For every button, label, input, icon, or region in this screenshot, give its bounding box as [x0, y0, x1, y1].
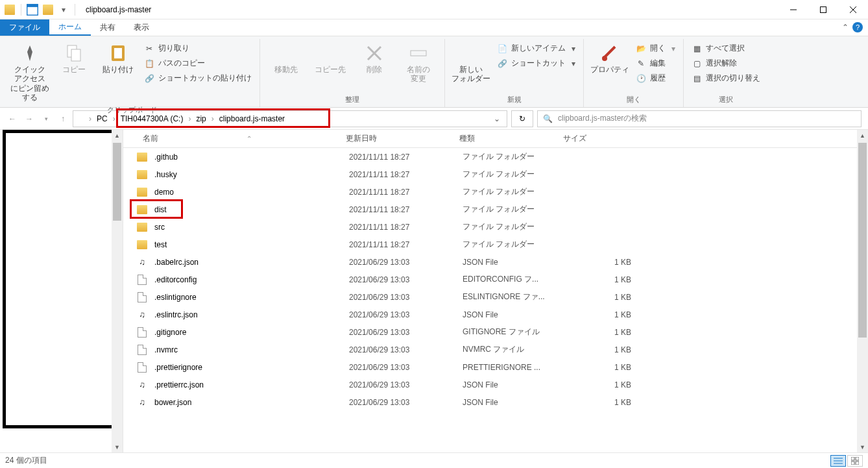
group-select-label: 選択: [719, 93, 733, 107]
pin-to-quick-access-button[interactable]: クイック アクセス にピン留めする: [9, 42, 51, 104]
properties-button[interactable]: プロパティ: [589, 42, 631, 75]
folder-icon: [137, 205, 147, 214]
search-placeholder: clipboard.js-masterの検索: [558, 113, 647, 124]
new-item-button[interactable]: 📄新しいアイテム▾: [494, 42, 578, 55]
search-box[interactable]: 🔍 clipboard.js-masterの検索: [537, 110, 862, 127]
file-row[interactable]: .prettierignore2021/06/29 13:03PRETTIERI…: [123, 358, 868, 376]
edit-button[interactable]: ✎編集: [633, 56, 678, 70]
file-row[interactable]: .github2021/11/11 18:27ファイル フォルダー: [123, 148, 868, 166]
rename-button[interactable]: 名前の 変更: [398, 42, 439, 85]
column-headers: 名前⌃ 更新日時 種類 サイズ: [123, 130, 868, 148]
scissors-icon: ✂: [144, 43, 154, 54]
file-type: NVMRC ファイル: [463, 344, 586, 355]
breadcrumb-current[interactable]: clipboard.js-master: [217, 114, 287, 123]
paste-shortcut-button[interactable]: 🔗ショートカットの貼り付け: [141, 71, 254, 85]
back-button[interactable]: ←: [6, 114, 18, 123]
tab-file[interactable]: ファイル: [0, 19, 49, 36]
file-row[interactable]: dist2021/11/11 18:27ファイル フォルダー: [123, 201, 868, 218]
view-icons-button[interactable]: [847, 455, 863, 467]
navpane-scrollbar[interactable]: ▲▼: [112, 130, 123, 452]
select-all-button[interactable]: ▦すべて選択: [689, 42, 763, 55]
file-name: .eslintrc.json: [154, 310, 349, 319]
title-bar: ▾ clipboard.js-master: [0, 0, 868, 19]
group-organize-label: 整理: [345, 93, 359, 107]
file-row[interactable]: demo2021/11/11 18:27ファイル フォルダー: [123, 183, 868, 201]
column-name[interactable]: 名前⌃: [123, 133, 341, 144]
file-row[interactable]: src2021/11/11 18:27ファイル フォルダー: [123, 218, 868, 236]
file-size: 1 KB: [586, 328, 631, 337]
tab-home[interactable]: ホーム: [49, 19, 91, 36]
file-row[interactable]: ♫.prettierrc.json2021/06/29 13:03JSON Fi…: [123, 376, 868, 393]
new-shortcut-button[interactable]: 🔗ショートカット▾: [494, 56, 578, 70]
copy-button[interactable]: コピー: [53, 42, 95, 75]
column-type[interactable]: 種類: [454, 133, 558, 144]
ribbon-tabs: ファイル ホーム 共有 表示 ⌃ ?: [0, 19, 868, 36]
svg-rect-12: [411, 51, 426, 56]
paste-button[interactable]: 貼り付け: [97, 42, 139, 75]
view-details-button[interactable]: [830, 455, 846, 467]
file-row[interactable]: .editorconfig2021/06/29 13:03EDITORCONFI…: [123, 271, 868, 288]
move-to-button[interactable]: 移動先: [265, 42, 307, 75]
file-row[interactable]: ♫bower.json2021/06/29 13:03JSON File1 KB: [123, 393, 868, 411]
breadcrumb-zip[interactable]: zip: [193, 114, 208, 123]
folder-icon: [137, 240, 147, 249]
file-icon: [138, 275, 147, 285]
file-row[interactable]: .nvmrc2021/06/29 13:03NVMRC ファイル1 KB: [123, 341, 868, 358]
file-name: .babelrc.json: [154, 258, 349, 267]
breadcrumb-drive[interactable]: TIH0447300A (C:): [118, 114, 186, 123]
copy-path-button[interactable]: 📋パスのコピー: [141, 56, 254, 70]
address-dropdown-icon[interactable]: ⌄: [490, 114, 504, 123]
qat-new-folder-icon[interactable]: [41, 3, 55, 17]
select-all-icon: ▦: [692, 43, 702, 54]
refresh-button[interactable]: ↻: [511, 110, 533, 127]
path-icon: 📋: [144, 58, 154, 69]
minimize-button[interactable]: [778, 0, 808, 19]
cut-button[interactable]: ✂切り取り: [141, 42, 254, 55]
file-name: .editorconfig: [154, 275, 349, 284]
file-type: ファイル フォルダー: [463, 151, 586, 162]
chevron-right-icon[interactable]: ›: [188, 114, 191, 123]
chevron-right-icon[interactable]: ›: [211, 114, 214, 123]
file-row[interactable]: ♫.babelrc.json2021/06/29 13:03JSON File1…: [123, 253, 868, 271]
delete-button[interactable]: 削除: [354, 42, 395, 75]
filelist-scrollbar[interactable]: ▲▼: [857, 130, 868, 452]
chevron-right-icon[interactable]: ›: [89, 114, 91, 123]
group-open-label: 開く: [627, 93, 641, 107]
up-button[interactable]: ↑: [57, 114, 69, 123]
svg-rect-7: [71, 49, 80, 61]
file-row[interactable]: ♫.eslintrc.json2021/06/29 13:03JSON File…: [123, 306, 868, 323]
file-row[interactable]: test2021/11/11 18:27ファイル フォルダー: [123, 236, 868, 253]
tab-share[interactable]: 共有: [91, 19, 125, 36]
tab-view[interactable]: 表示: [125, 19, 158, 36]
history-button[interactable]: 🕑履歴: [633, 71, 678, 85]
qat-properties-icon[interactable]: [25, 3, 40, 17]
recent-dropdown[interactable]: ▾: [40, 116, 52, 122]
select-none-button[interactable]: ▢選択解除: [689, 56, 763, 70]
open-button[interactable]: 📂開く▾: [633, 42, 678, 55]
file-name: dist: [154, 205, 349, 214]
forward-button[interactable]: →: [23, 114, 35, 123]
file-row[interactable]: .gitignore2021/06/29 13:03GITIGNORE ファイル…: [123, 323, 868, 341]
folder-icon: [3, 3, 17, 17]
column-size[interactable]: サイズ: [558, 133, 623, 144]
file-date: 2021/06/29 13:03: [349, 380, 463, 389]
window-title: clipboard.js-master: [80, 5, 151, 14]
copy-to-button[interactable]: コピー先: [309, 42, 351, 75]
file-date: 2021/11/11 18:27: [349, 240, 463, 249]
chevron-right-icon[interactable]: ›: [113, 114, 115, 123]
file-row[interactable]: .husky2021/11/11 18:27ファイル フォルダー: [123, 166, 868, 183]
close-button[interactable]: [838, 0, 868, 19]
file-row[interactable]: .eslintignore2021/06/29 13:03ESLINTIGNOR…: [123, 288, 868, 306]
new-folder-button[interactable]: 新しい フォルダー: [450, 42, 492, 85]
invert-selection-button[interactable]: ▤選択の切り替え: [689, 71, 763, 85]
column-date[interactable]: 更新日時: [341, 133, 454, 144]
collapse-ribbon-icon[interactable]: ⌃: [842, 23, 849, 32]
breadcrumb-pc[interactable]: PC: [94, 114, 110, 123]
file-type: PRETTIERIGNORE ...: [463, 363, 586, 372]
maximize-button[interactable]: [808, 0, 838, 19]
address-bar[interactable]: › PC › TIH0447300A (C:) › zip › clipboar…: [73, 110, 507, 127]
help-icon[interactable]: ?: [852, 22, 863, 32]
navigation-pane[interactable]: ▲▼: [0, 130, 123, 452]
qat-dropdown-icon[interactable]: ▾: [56, 3, 71, 17]
file-size: 1 KB: [586, 345, 631, 354]
